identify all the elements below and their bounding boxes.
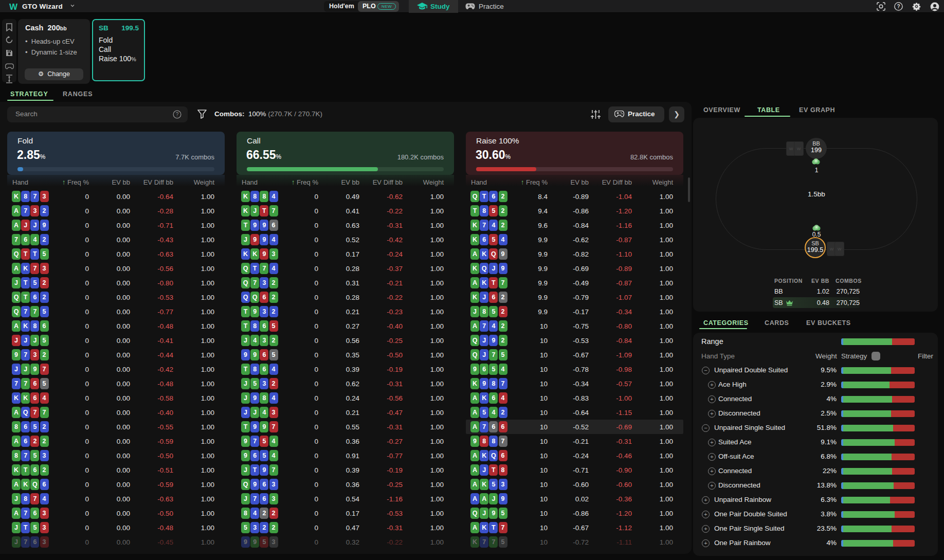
svg-text:?: ? xyxy=(897,4,900,9)
svg-text:?: ? xyxy=(176,112,179,117)
svg-text:W: W xyxy=(9,2,18,11)
